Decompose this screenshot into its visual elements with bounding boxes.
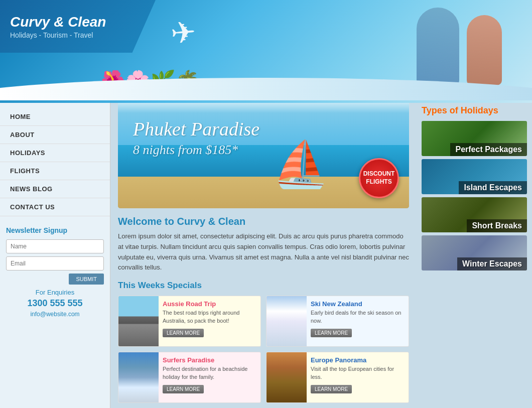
nav-item-news-blog[interactable]: NEWS BLOG: [0, 180, 110, 198]
special-title-surfers-paradise: Surfers Paradise: [163, 356, 256, 364]
special-desc-aussie-road-trip: The best road trips right around Austral…: [163, 309, 256, 325]
nav-item-home[interactable]: HOME: [0, 108, 110, 126]
learn-more-europe-panorama[interactable]: LEARN MORE: [311, 385, 352, 393]
special-card-surfers-paradise: Surfers Paradise Perfect destination for…: [118, 352, 261, 403]
special-content-europe-panorama: Europe Panorama Visit all the top Europe…: [307, 352, 409, 402]
holiday-type-label: Perfect Packages: [450, 143, 527, 156]
nav-menu: HOMEABOUTHOLIDAYSFLIGHTSNEWS BLOGCONTACT…: [0, 108, 110, 216]
badge-text: DISCOUNTFLIGHTS: [363, 170, 395, 186]
special-content-ski-new-zealand: Ski New Zealand Early bird deals for the…: [307, 296, 409, 346]
holiday-type-perfect-packages[interactable]: Perfect Packages: [422, 121, 527, 156]
specials-title: This Weeks Specials: [118, 281, 409, 291]
special-img-ski-new-zealand: [267, 296, 307, 346]
hero-wave: [118, 103, 409, 113]
special-desc-surfers-paradise: Perfect destination for a beachside holi…: [163, 365, 256, 381]
main-content: ⛵ Phuket Paradise 8 nights from $185* DI…: [110, 103, 417, 408]
holiday-type-label: Island Escapes: [459, 181, 527, 194]
enquiries-phone: 1300 555 555: [6, 298, 104, 309]
right-sidebar: Types of Holidays Perfect Packages Islan…: [417, 103, 532, 408]
learn-more-ski-new-zealand[interactable]: LEARN MORE: [311, 329, 352, 337]
name-input[interactable]: [6, 239, 104, 253]
welcome-title: Welcome to Curvy & Clean: [118, 216, 409, 227]
enquiries-email[interactable]: info@website.com: [6, 311, 104, 318]
special-card-ski-new-zealand: Ski New Zealand Early bird deals for the…: [266, 296, 409, 347]
nav-item-holidays[interactable]: HOLIDAYS: [0, 144, 110, 162]
boat-decoration: ⛵: [273, 138, 329, 191]
left-sidebar: HOMEABOUTHOLIDAYSFLIGHTSNEWS BLOGCONTACT…: [0, 103, 110, 408]
specials-grid: Aussie Road Trip The best road trips rig…: [118, 296, 409, 403]
special-content-surfers-paradise: Surfers Paradise Perfect destination for…: [159, 352, 260, 402]
hero-people: [417, 8, 502, 85]
newsletter-title: Newsletter Signup: [6, 226, 104, 234]
special-desc-ski-new-zealand: Early bird deals for the ski season on n…: [311, 309, 405, 325]
nav-item-contact-us[interactable]: CONTACT US: [0, 198, 110, 216]
enquiries-section: For Enquiries 1300 555 555 info@website.…: [6, 289, 104, 318]
nav-item-about[interactable]: ABOUT: [0, 126, 110, 144]
holiday-type-label: Winter Escapes: [457, 257, 527, 270]
holiday-type-island-escapes[interactable]: Island Escapes: [422, 159, 527, 194]
learn-more-aussie-road-trip[interactable]: LEARN MORE: [163, 329, 204, 337]
holiday-type-label: Short Breaks: [467, 219, 527, 232]
enquiries-label: For Enquiries: [6, 289, 104, 296]
special-card-aussie-road-trip: Aussie Road Trip The best road trips rig…: [118, 296, 261, 347]
special-desc-europe-panorama: Visit all the top European cities for le…: [311, 365, 405, 381]
page-body: HOMEABOUTHOLIDAYSFLIGHTSNEWS BLOGCONTACT…: [0, 103, 532, 408]
special-title-ski-new-zealand: Ski New Zealand: [311, 300, 405, 308]
logo-subtitle: Holidays - Tourism - Travel: [10, 31, 156, 39]
special-content-aussie-road-trip: Aussie Road Trip The best road trips rig…: [159, 296, 260, 346]
newsletter-section: Newsletter Signup SUBMIT: [6, 226, 104, 274]
special-title-europe-panorama: Europe Panorama: [311, 356, 405, 364]
hero-title: Phuket Paradise: [133, 118, 259, 140]
nav-item-flights[interactable]: FLIGHTS: [0, 162, 110, 180]
hero-subtitle: 8 nights from $185*: [133, 143, 259, 158]
welcome-body: Lorem ipsum dolor sit amet, consectetur …: [118, 231, 409, 273]
logo[interactable]: Curvy & Clean Holidays - Tourism - Trave…: [0, 0, 156, 53]
holiday-type-winter-escapes[interactable]: Winter Escapes: [422, 235, 527, 270]
types-title-highlight: Holidays: [461, 105, 498, 115]
hero-text-block: Phuket Paradise 8 nights from $185*: [133, 118, 259, 158]
special-img-europe-panorama: [267, 352, 307, 402]
site-header: Curvy & Clean Holidays - Tourism - Trave…: [0, 0, 532, 103]
holiday-type-short-breaks[interactable]: Short Breaks: [422, 197, 527, 232]
holiday-types-list: Perfect Packages Island Escapes Short Br…: [422, 121, 527, 270]
special-img-surfers-paradise: [118, 352, 159, 402]
email-input[interactable]: [6, 256, 104, 270]
special-title-aussie-road-trip: Aussie Road Trip: [163, 300, 256, 308]
special-img-aussie-road-trip: [118, 296, 159, 346]
special-card-europe-panorama: Europe Panorama Visit all the top Europe…: [266, 352, 409, 403]
discount-badge[interactable]: DISCOUNTFLIGHTS: [359, 158, 399, 198]
plane-decoration: ✈: [169, 14, 197, 51]
types-title: Types of Holidays: [422, 103, 527, 116]
welcome-section: Welcome to Curvy & Clean Lorem ipsum dol…: [118, 216, 409, 273]
learn-more-surfers-paradise[interactable]: LEARN MORE: [163, 385, 204, 393]
submit-button[interactable]: SUBMIT: [69, 274, 104, 285]
types-title-start: Types of: [422, 105, 461, 115]
hero-banner: ⛵ Phuket Paradise 8 nights from $185* DI…: [118, 103, 409, 208]
logo-title: Curvy & Clean: [10, 14, 156, 30]
